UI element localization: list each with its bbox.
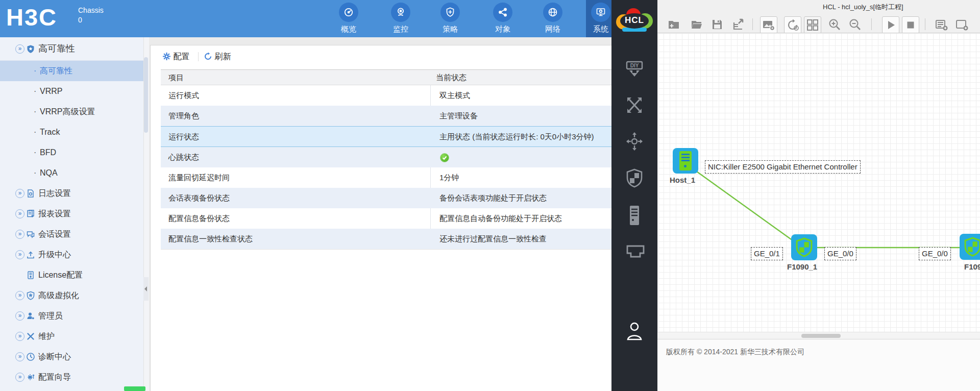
new-project-icon[interactable] (668, 18, 680, 31)
grid-view-icon[interactable] (804, 16, 821, 34)
zoom-out-icon[interactable] (849, 18, 861, 31)
device-label-firewall-1[interactable]: F1090_1 (787, 262, 817, 271)
nav-network[interactable]: 网络 (538, 0, 568, 37)
nav-label: 监控 (386, 25, 415, 34)
admin-icon (26, 311, 35, 321)
link-arrows-icon[interactable] (626, 96, 643, 115)
add-frame-icon[interactable] (955, 18, 968, 31)
table-row[interactable]: 流量回切延迟时间 1分钟 (161, 167, 611, 188)
port-icon[interactable] (626, 243, 643, 262)
chassis-label: Chassis 0 (78, 6, 104, 25)
sidebar-item-nqa[interactable]: · NQA (0, 163, 143, 183)
move-icon[interactable] (626, 132, 643, 151)
refresh-view-icon[interactable] (784, 16, 801, 34)
expand-chevron-icon[interactable]: » (15, 311, 24, 321)
device-label-host[interactable]: Host_1 (670, 176, 695, 184)
refresh-label: 刷新 (214, 52, 231, 61)
collapse-chevron-icon[interactable]: » (15, 44, 24, 54)
sidebar-item-config-wizard[interactable]: » 配置向导 (0, 367, 143, 387)
green-indicator-bar (124, 386, 145, 391)
canvas-hscrollbar-thumb[interactable] (801, 334, 841, 338)
hcl-device-palette: HCL DIY (611, 0, 657, 391)
table-row-highlighted[interactable]: 运行状态 主用状态 (当前状态运行时长: 0天0小时3分钟) (161, 126, 611, 147)
monitor-gear-icon (591, 3, 610, 22)
table-row[interactable]: 管理角色 主管理设备 (161, 106, 611, 126)
device-label-firewall-2[interactable]: F1090_2 (964, 262, 980, 271)
sidebar-item-track[interactable]: · Track (0, 122, 143, 142)
chassis-line1: Chassis (78, 6, 104, 15)
table-row[interactable]: 运行模式 双主模式 (161, 85, 611, 106)
sidebar-item-diagnostic-center[interactable]: » 诊断中心 (0, 347, 143, 367)
expand-chevron-icon[interactable]: » (15, 189, 24, 198)
sidebar-item-report-settings[interactable]: » 报表设置 (0, 204, 143, 224)
sidebar-item-administrator[interactable]: » 管理员 (0, 306, 143, 326)
sidebar-item-maintenance[interactable]: » 维护 (0, 326, 143, 347)
gear-icon (162, 52, 171, 61)
table-row[interactable]: 会话表项备份状态 备份会话表项功能处于开启状态 (161, 188, 611, 208)
diy-icon[interactable]: DIY (626, 60, 643, 80)
nav-overview[interactable]: 概览 (334, 0, 363, 37)
gauge-icon (339, 3, 358, 22)
nav-label: 概览 (334, 25, 363, 34)
toolbar-divider (198, 52, 199, 61)
sidebar-item-advanced-virtualization[interactable]: » 高级虚拟化 (0, 285, 143, 306)
expand-chevron-icon[interactable]: » (15, 352, 24, 361)
firewall-shield-icon[interactable] (626, 168, 643, 188)
sidebar-collapse-handle[interactable] (143, 277, 149, 301)
expand-chevron-icon[interactable]: » (15, 250, 24, 259)
user-icon[interactable] (626, 321, 643, 340)
table-row[interactable]: 心跳状态 (161, 147, 611, 167)
sidebar-item-license-config[interactable]: License配置 (0, 265, 143, 285)
nic-binding-label[interactable]: NIC:Killer E2500 Gigabit Ethernet Contro… (705, 160, 861, 174)
sidebar-menu: » 高可靠性 · 高可靠性 · VRRP · VRRP高级设置 · Track … (0, 37, 143, 391)
device-firewall-2[interactable] (960, 234, 980, 260)
table-row[interactable]: 配置信息一致性检查状态 还未进行过配置信息一致性检查 (161, 229, 611, 250)
sidebar-item-bfd[interactable]: · BFD (0, 142, 143, 163)
sidebar-item-log-settings[interactable]: » 日志设置 (0, 183, 143, 204)
sidebar-scrollbar-thumb[interactable] (144, 57, 148, 133)
screenshot-icon[interactable] (760, 16, 777, 34)
expand-chevron-icon[interactable]: » (15, 373, 24, 382)
configure-button[interactable]: 配置 (162, 52, 189, 63)
save-icon[interactable] (711, 18, 723, 31)
nav-label: 对象 (488, 25, 518, 34)
sidebar-item-high-availability-section[interactable]: » 高可靠性 (0, 37, 143, 61)
nav-system[interactable]: 系统 (586, 0, 611, 37)
add-note-icon[interactable] (935, 18, 947, 31)
maintenance-icon (26, 332, 35, 341)
export-icon[interactable] (732, 18, 744, 31)
refresh-button[interactable]: 刷新 (204, 52, 231, 63)
device-host[interactable] (673, 148, 698, 174)
nav-objects[interactable]: 对象 (488, 0, 518, 37)
port-label[interactable]: GE_0/0 (919, 247, 951, 260)
port-label[interactable]: GE_0/0 (824, 247, 856, 260)
sidebar-item-upgrade-center[interactable]: » 升级中心 (0, 245, 143, 265)
sidebar-item-high-availability[interactable]: · 高可靠性 (0, 61, 143, 81)
window-title: HCL - hcl_uoly_s[临时工程] (823, 3, 903, 12)
configure-label: 配置 (173, 52, 189, 61)
expand-chevron-icon[interactable]: » (15, 230, 24, 239)
open-project-icon[interactable] (691, 18, 703, 31)
canvas-hscrollbar-track[interactable] (657, 332, 980, 339)
zoom-in-icon[interactable] (828, 18, 841, 31)
h3c-web-ui: H3C Chassis 0 概览 监控 策 (0, 0, 611, 391)
host-icon (679, 151, 692, 170)
hcl-logo: HCL (615, 8, 654, 33)
nav-label: 网络 (538, 25, 568, 34)
sidebar-item-vrrp[interactable]: · VRRP (0, 81, 143, 102)
table-row[interactable]: 配置信息备份状态 配置信息自动备份功能处于开启状态 (161, 208, 611, 229)
server-icon[interactable] (626, 205, 643, 225)
sidebar-item-vrrp-advanced[interactable]: · VRRP高级设置 (0, 102, 143, 122)
expand-chevron-icon[interactable]: » (15, 209, 24, 218)
nav-monitor[interactable]: 监控 (386, 0, 415, 37)
expand-chevron-icon[interactable]: » (15, 291, 24, 300)
nav-policy[interactable]: 策略 (435, 0, 465, 37)
start-all-icon[interactable] (882, 16, 899, 34)
sidebar-item-session-settings[interactable]: » 会话设置 (0, 224, 143, 245)
port-label[interactable]: GE_0/1 (751, 247, 783, 260)
stop-all-icon[interactable] (902, 16, 919, 34)
expand-chevron-icon[interactable]: » (15, 332, 24, 341)
toolbar-separator (752, 18, 753, 30)
topology-canvas[interactable]: Host_1 NIC:Killer E2500 Gigabit Ethernet… (657, 33, 980, 332)
device-firewall-1[interactable] (791, 234, 817, 260)
